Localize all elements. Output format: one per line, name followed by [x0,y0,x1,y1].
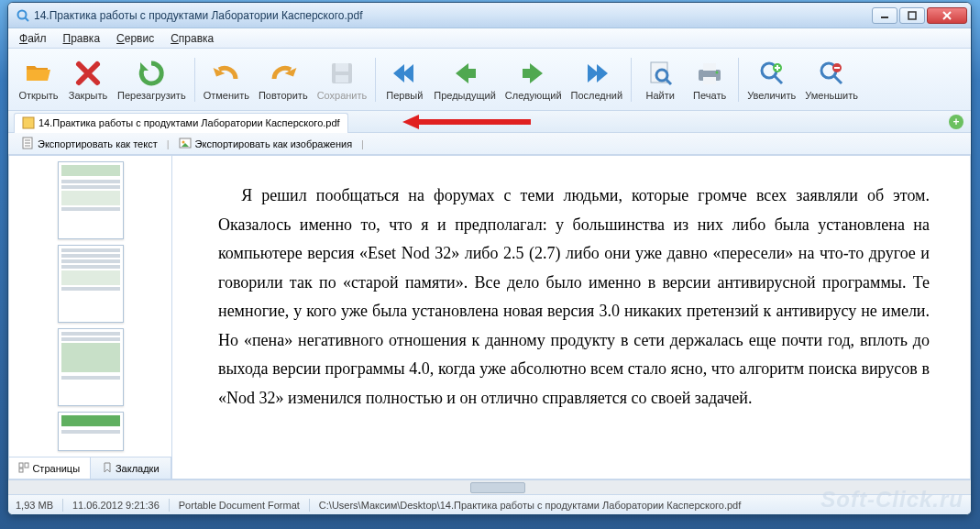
svg-rect-34 [19,468,23,472]
document-paragraph: Я решил пообщаться на форумах с теми люд… [218,182,930,413]
export-image-icon [179,137,192,151]
separator: | [167,138,170,149]
tab-bookmarks-label: Закладки [116,463,160,474]
next-page-button[interactable]: Следующий [501,52,567,107]
prev-page-button[interactable]: Предыдущий [429,52,500,107]
reload-button[interactable]: Перезагрузить [113,52,191,107]
annotation-arrow [402,115,531,132]
redo-icon [269,59,298,88]
separator [62,499,63,512]
status-size: 1,93 MB [16,500,53,511]
svg-line-1 [26,17,29,21]
thumbnail-list[interactable] [9,156,171,457]
print-button[interactable]: Печать [685,52,734,107]
zoom-in-icon [757,59,787,88]
svg-rect-32 [19,463,23,468]
page-thumbnail[interactable] [58,412,124,451]
sidebar-tabs: Страницы Закладки [9,457,171,479]
svg-rect-33 [25,463,28,468]
first-page-button[interactable]: Первый [380,52,429,107]
scrollbar-thumb[interactable] [470,482,525,493]
page-content: Я решил пообщаться на форумах с теми люд… [194,167,948,468]
tab-bookmarks[interactable]: Закладки [91,457,172,479]
window-title: 14.Практика работы с продуктами Лаборато… [34,9,872,22]
open-button[interactable]: Открыть [14,52,63,107]
status-path: C:\Users\Максим\Desktop\14.Практика рабо… [319,500,741,511]
export-bar: Экспортировать как текст | Экспортироват… [8,133,971,155]
toolbar-separator [375,58,376,102]
search-icon [645,59,675,88]
toolbar-label: Следующий [505,90,562,101]
last-icon [582,59,611,88]
close-doc-button[interactable]: Закрыть [63,52,113,107]
tab-pages[interactable]: Страницы [9,457,91,479]
toolbar-separator [631,58,632,102]
page-thumbnail[interactable] [58,161,124,239]
tab-pages-label: Страницы [32,463,80,474]
window-controls [872,7,967,24]
export-images-label: Экспортировать как изображения [195,138,353,149]
last-page-button[interactable]: Последний [567,52,628,107]
find-button[interactable]: Найти [635,52,685,107]
separator [169,499,170,512]
status-date: 11.06.2012 9:21:36 [72,500,160,511]
next-icon [519,59,548,88]
zoom-in-button[interactable]: Увеличить [743,52,800,107]
toolbar-label: Предыдущий [434,90,495,101]
menu-edit[interactable]: Правка [56,30,108,47]
svg-line-22 [834,76,842,83]
zoom-out-icon [817,59,846,88]
close-x-icon [73,59,103,88]
toolbar-label: Последний [571,90,623,101]
document-tabbar: 14.Практика работы с продуктами Лаборато… [8,111,971,133]
first-icon [390,59,419,88]
svg-rect-13 [703,63,716,71]
page-thumbnail[interactable] [58,245,124,323]
minimize-button[interactable] [872,7,897,24]
save-icon [327,59,357,88]
export-text-button[interactable]: Экспортировать как текст [16,135,163,153]
toolbar-label: Найти [645,90,674,101]
toolbar-label: Сохранить [317,90,368,101]
content-area: Страницы Закладки Я решил пообщаться на … [8,155,971,479]
page-thumbnail[interactable] [58,328,124,406]
svg-line-17 [775,76,782,83]
save-button: Сохранить [313,52,372,107]
toolbar-label: Закрыть [69,90,107,101]
tab-label: 14.Практика работы с продуктами Лаборато… [39,117,340,128]
toolbar-label: Печать [693,90,726,101]
svg-point-15 [716,71,719,73]
maximize-button[interactable] [899,7,925,24]
horizontal-scrollbar[interactable] [8,479,971,494]
document-view[interactable]: Я решил пообщаться на форумах с теми люд… [172,156,970,479]
redo-button[interactable]: Повторить [254,52,313,107]
pages-icon [18,462,29,475]
bookmark-icon [102,462,113,475]
svg-line-11 [666,79,671,84]
toolbar-label: Отменить [204,90,249,101]
statusbar: 1,93 MB 11.06.2012 9:21:36 Portable Docu… [8,494,971,514]
folder-open-icon [24,59,53,88]
svg-rect-3 [908,12,916,19]
close-button[interactable] [927,7,967,24]
document-tab[interactable]: 14.Практика работы с продуктами Лаборато… [14,113,348,133]
undo-button[interactable]: Отменить [199,52,254,107]
toolbar-label: Повторить [259,90,308,101]
toolbar-label: Увеличить [747,90,796,101]
menu-service[interactable]: Сервис [109,30,161,47]
menu-help[interactable]: Справка [163,30,221,47]
zoom-out-button[interactable]: Уменьшить [800,52,863,107]
titlebar: 14.Практика работы с продуктами Лаборато… [8,3,971,28]
svg-point-0 [18,10,27,18]
pdf-icon [22,116,35,129]
prev-icon [450,59,479,88]
app-icon [16,8,30,23]
new-tab-button[interactable]: + [949,115,963,129]
svg-rect-25 [23,117,34,128]
separator [309,499,310,512]
menubar: Файл Правка Сервис Справка [8,28,971,49]
menu-file[interactable]: Файл [12,30,54,47]
export-images-button[interactable]: Экспортировать как изображения [173,135,358,153]
toolbar: Открыть Закрыть Перезагрузить Отменить П… [8,49,971,111]
toolbar-label: Первый [386,90,423,101]
